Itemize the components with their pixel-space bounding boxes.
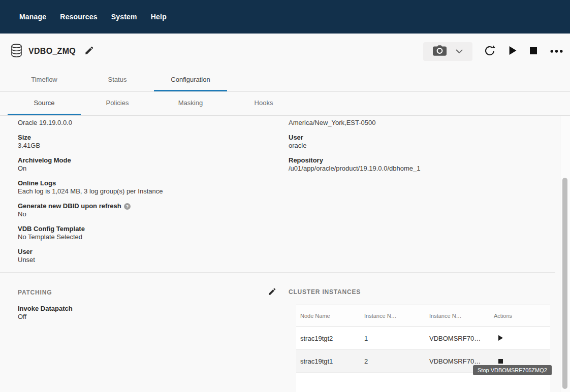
- field-value: On: [18, 165, 289, 173]
- field-generate-dbid: Generate new DBID upon refresh ? No: [18, 202, 289, 218]
- patching-section-title: PATCHING: [18, 288, 52, 297]
- field-value: oracle: [289, 142, 570, 150]
- edit-name-button[interactable]: [85, 46, 93, 56]
- field-env-user: User oracle: [289, 134, 570, 150]
- field-oracle-version: Oracle 19.19.0.0.0: [18, 119, 289, 127]
- section-divider: [0, 272, 555, 273]
- field-value: America/New_York,EST-0500: [289, 119, 570, 127]
- configuration-subtabs: Source Policies Masking Hooks: [0, 92, 570, 116]
- field-value: No Template Selected: [18, 233, 289, 241]
- refresh-button[interactable]: [484, 45, 496, 58]
- subtab-source[interactable]: Source: [8, 92, 81, 115]
- more-actions-button[interactable]: [550, 48, 563, 55]
- field-label: Online Logs: [18, 179, 289, 187]
- field-value: Off: [18, 313, 289, 321]
- cluster-instances-section: CLUSTER INSTANCES Node Name Instance N… …: [289, 288, 570, 392]
- stop-instance-button[interactable]: [498, 357, 503, 365]
- pencil-icon: [85, 46, 93, 56]
- edit-patching-button[interactable]: [268, 288, 276, 297]
- field-timezone: America/New_York,EST-0500: [289, 119, 570, 127]
- top-navbar: Manage Resources System Help: [0, 0, 570, 34]
- table-row[interactable]: strac19tgt2 1 VDBOMSRF70…: [296, 327, 550, 350]
- cell-instance-number: 2: [360, 357, 425, 365]
- column-header-instance-name: Instance N…: [425, 313, 490, 319]
- field-label: Generate new DBID upon refresh: [18, 202, 121, 210]
- source-left-column: Oracle 19.19.0.0.0 Size 3.41GB Archivelo…: [18, 119, 289, 271]
- nav-resources[interactable]: Resources: [60, 13, 97, 21]
- start-instance-button[interactable]: [498, 335, 503, 342]
- table-header-row: Node Name Instance N… Instance N… Action…: [296, 305, 550, 327]
- scrollbar-thumb[interactable]: [562, 178, 567, 389]
- field-repository: Repository /u01/app/oracle/product/19.19…: [289, 156, 570, 173]
- snapshot-camera-button[interactable]: [433, 45, 447, 57]
- field-value: Unset: [18, 256, 289, 264]
- source-right-column: America/New_York,EST-0500 User oracle Re…: [289, 119, 570, 271]
- stop-icon: [530, 47, 537, 56]
- field-value: Each log is 1,024 MB, 3 log group(s) per…: [18, 187, 289, 195]
- stop-icon: [498, 357, 503, 365]
- field-size: Size 3.41GB: [18, 134, 289, 150]
- svg-text:?: ?: [125, 204, 129, 209]
- play-icon: [509, 46, 517, 56]
- field-label: Archivelog Mode: [18, 156, 289, 165]
- main-tabs: Timeflow Status Configuration: [0, 69, 570, 92]
- cell-node-name: strac19tgt2: [296, 335, 360, 342]
- patching-section: PATCHING Invoke Datapatch Off: [18, 288, 289, 392]
- subtab-hooks[interactable]: Hooks: [227, 92, 300, 115]
- column-header-node-name: Node Name: [296, 313, 360, 319]
- nav-manage[interactable]: Manage: [19, 13, 46, 21]
- stop-vdb-button[interactable]: [530, 47, 537, 56]
- stop-instance-tooltip: Stop VDBOMSRF705ZMQ2: [473, 365, 552, 375]
- tab-configuration[interactable]: Configuration: [154, 69, 227, 91]
- column-header-instance-number: Instance N…: [360, 313, 425, 319]
- camera-icon: [433, 45, 447, 57]
- column-header-actions: Actions: [490, 313, 550, 319]
- source-detail-columns: Oracle 19.19.0.0.0 Size 3.41GB Archivelo…: [18, 119, 570, 271]
- page: Manage Resources System Help VDBO_ZMQ: [0, 0, 570, 392]
- page-title: VDBO_ZMQ: [28, 47, 76, 56]
- field-value: No: [18, 210, 289, 218]
- tab-timeflow[interactable]: Timeflow: [8, 69, 81, 91]
- pencil-icon: [268, 288, 276, 297]
- field-vdb-config-template: VDB Config Template No Template Selected: [18, 225, 289, 241]
- nav-help[interactable]: Help: [151, 13, 167, 21]
- field-archivelog-mode: Archivelog Mode On: [18, 156, 289, 173]
- field-label: Size: [18, 134, 289, 142]
- title-actions: [423, 42, 563, 61]
- database-icon: [10, 43, 23, 60]
- subtab-masking[interactable]: Masking: [154, 92, 227, 115]
- snapshot-dropdown-button[interactable]: [456, 48, 463, 55]
- field-label: Invoke Datapatch: [18, 305, 289, 313]
- field-label: User: [18, 248, 289, 256]
- field-value: 3.41GB: [18, 142, 289, 150]
- ellipsis-icon: [550, 48, 563, 55]
- cluster-instances-title: CLUSTER INSTANCES: [289, 288, 361, 296]
- cell-instance-name: VDBOMSRF70…: [425, 357, 490, 365]
- chevron-down-icon: [456, 48, 463, 55]
- tab-status[interactable]: Status: [81, 69, 154, 91]
- cell-instance-number: 1: [360, 335, 425, 342]
- subtab-policies[interactable]: Policies: [81, 92, 154, 115]
- cluster-instances-table: Node Name Instance N… Instance N… Action…: [296, 305, 550, 392]
- vertical-scrollbar[interactable]: [560, 116, 570, 392]
- help-icon[interactable]: ?: [124, 203, 131, 210]
- refresh-icon: [484, 45, 496, 58]
- cell-node-name: strac19tgt1: [296, 357, 360, 365]
- table-empty-area: [296, 373, 550, 392]
- field-value: /u01/app/oracle/product/19.19.0.0/dbhome…: [289, 165, 570, 173]
- nav-system[interactable]: System: [111, 13, 137, 21]
- cell-instance-name: VDBOMSRF70…: [425, 335, 490, 342]
- bottom-sections: PATCHING Invoke Datapatch Off: [18, 288, 570, 392]
- snapshot-button-group: [423, 42, 472, 61]
- field-label: VDB Config Template: [18, 225, 289, 233]
- field-online-logs: Online Logs Each log is 1,024 MB, 3 log …: [18, 179, 289, 195]
- start-vdb-button[interactable]: [509, 46, 517, 56]
- field-value: Oracle 19.19.0.0.0: [18, 119, 289, 127]
- field-user-unset: User Unset: [18, 248, 289, 264]
- title-bar: VDBO_ZMQ: [0, 34, 570, 69]
- field-label: Repository: [289, 156, 570, 165]
- field-invoke-datapatch: Invoke Datapatch Off: [18, 305, 289, 321]
- field-label: User: [289, 134, 570, 142]
- source-panel: Oracle 19.19.0.0.0 Size 3.41GB Archivelo…: [0, 116, 570, 392]
- play-icon: [498, 335, 503, 342]
